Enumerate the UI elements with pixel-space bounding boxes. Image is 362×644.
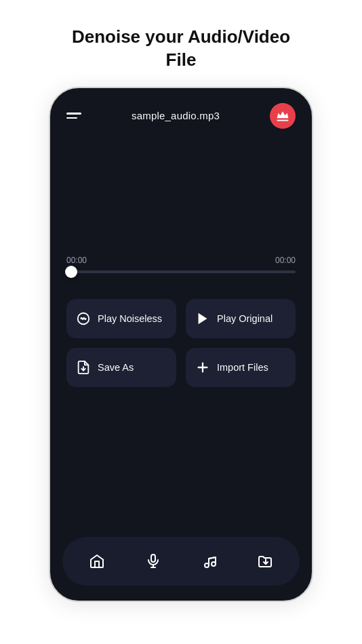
svg-marker-1 <box>199 313 207 324</box>
nav-folder[interactable] <box>249 546 281 577</box>
waveform-icon <box>76 311 91 326</box>
import-files-button[interactable]: Import Files <box>186 348 296 387</box>
svg-rect-5 <box>151 555 155 562</box>
file-name: sample_audio.mp3 <box>132 110 220 121</box>
save-as-button[interactable]: Save As <box>66 348 176 387</box>
home-icon <box>89 553 105 569</box>
play-original-button[interactable]: Play Original <box>186 299 296 338</box>
menu-button[interactable] <box>66 113 81 119</box>
save-icon <box>76 360 91 375</box>
waveform-area: 00:00 00:00 <box>50 138 312 287</box>
phone-frame: sample_audio.mp3 00:00 00:00 <box>49 87 313 602</box>
nav-home[interactable] <box>81 546 113 577</box>
time-row: 00:00 00:00 <box>66 256 296 265</box>
nav-mic[interactable] <box>138 546 169 577</box>
music-note-icon <box>201 553 217 569</box>
action-grid: Play Noiseless Play Original Save As <box>50 287 312 402</box>
page-title: Denoise your Audio/Video File <box>72 26 290 72</box>
play-icon <box>195 311 210 326</box>
play-noiseless-button[interactable]: Play Noiseless <box>66 299 176 338</box>
plus-icon <box>195 360 210 375</box>
import-files-label: Import Files <box>217 362 268 373</box>
play-noiseless-label: Play Noiseless <box>98 313 162 324</box>
progress-bar[interactable] <box>66 270 296 273</box>
top-bar: sample_audio.mp3 <box>50 88 312 138</box>
mic-icon <box>145 553 161 569</box>
crown-icon <box>276 109 289 123</box>
nav-music[interactable] <box>193 546 224 577</box>
progress-thumb[interactable] <box>65 266 77 278</box>
premium-button[interactable] <box>270 103 296 129</box>
save-as-label: Save As <box>98 362 134 373</box>
spacer <box>50 402 312 537</box>
time-end: 00:00 <box>275 256 296 265</box>
folder-icon <box>257 553 273 569</box>
play-original-label: Play Original <box>217 313 273 324</box>
time-start: 00:00 <box>66 256 87 265</box>
svg-line-10 <box>209 557 216 559</box>
bottom-nav <box>62 537 300 586</box>
